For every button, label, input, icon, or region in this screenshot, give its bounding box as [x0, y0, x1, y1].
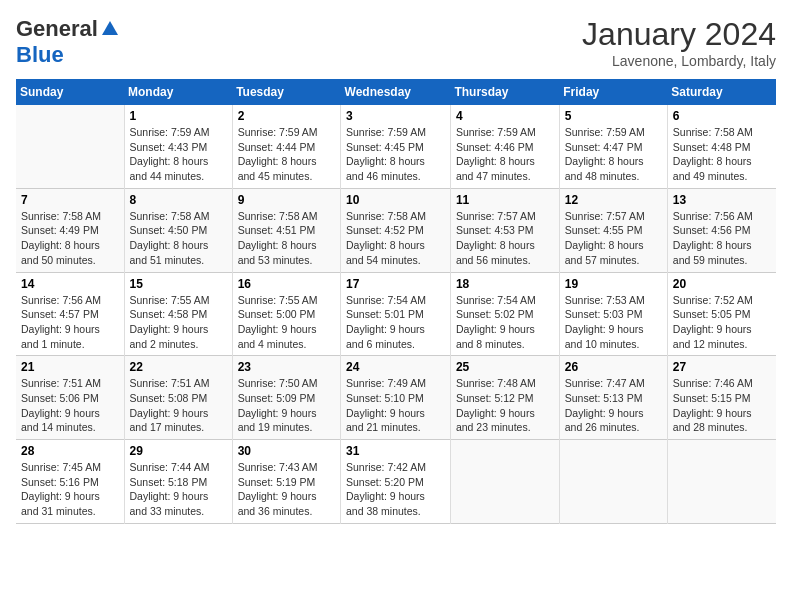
calendar-cell	[559, 440, 667, 524]
day-info: Sunrise: 7:47 AMSunset: 5:13 PMDaylight:…	[565, 376, 662, 435]
calendar-cell: 21Sunrise: 7:51 AMSunset: 5:06 PMDayligh…	[16, 356, 124, 440]
day-number: 26	[565, 360, 662, 374]
day-number: 8	[130, 193, 227, 207]
day-info: Sunrise: 7:58 AMSunset: 4:51 PMDaylight:…	[238, 209, 335, 268]
day-info: Sunrise: 7:46 AMSunset: 5:15 PMDaylight:…	[673, 376, 771, 435]
day-info: Sunrise: 7:44 AMSunset: 5:18 PMDaylight:…	[130, 460, 227, 519]
calendar-cell: 18Sunrise: 7:54 AMSunset: 5:02 PMDayligh…	[450, 272, 559, 356]
day-info: Sunrise: 7:54 AMSunset: 5:01 PMDaylight:…	[346, 293, 445, 352]
day-info: Sunrise: 7:59 AMSunset: 4:43 PMDaylight:…	[130, 125, 227, 184]
calendar-week-row: 14Sunrise: 7:56 AMSunset: 4:57 PMDayligh…	[16, 272, 776, 356]
svg-marker-0	[102, 21, 118, 35]
day-info: Sunrise: 7:49 AMSunset: 5:10 PMDaylight:…	[346, 376, 445, 435]
calendar-cell: 7Sunrise: 7:58 AMSunset: 4:49 PMDaylight…	[16, 188, 124, 272]
calendar-table: SundayMondayTuesdayWednesdayThursdayFrid…	[16, 79, 776, 524]
day-number: 12	[565, 193, 662, 207]
day-number: 17	[346, 277, 445, 291]
calendar-cell: 31Sunrise: 7:42 AMSunset: 5:20 PMDayligh…	[341, 440, 451, 524]
header-monday: Monday	[124, 79, 232, 105]
day-info: Sunrise: 7:58 AMSunset: 4:52 PMDaylight:…	[346, 209, 445, 268]
calendar-cell	[667, 440, 776, 524]
calendar-cell: 9Sunrise: 7:58 AMSunset: 4:51 PMDaylight…	[232, 188, 340, 272]
day-number: 27	[673, 360, 771, 374]
day-number: 31	[346, 444, 445, 458]
calendar-cell: 17Sunrise: 7:54 AMSunset: 5:01 PMDayligh…	[341, 272, 451, 356]
header-friday: Friday	[559, 79, 667, 105]
calendar-cell: 10Sunrise: 7:58 AMSunset: 4:52 PMDayligh…	[341, 188, 451, 272]
day-info: Sunrise: 7:53 AMSunset: 5:03 PMDaylight:…	[565, 293, 662, 352]
calendar-cell: 16Sunrise: 7:55 AMSunset: 5:00 PMDayligh…	[232, 272, 340, 356]
day-info: Sunrise: 7:54 AMSunset: 5:02 PMDaylight:…	[456, 293, 554, 352]
day-number: 28	[21, 444, 119, 458]
calendar-week-row: 1Sunrise: 7:59 AMSunset: 4:43 PMDaylight…	[16, 105, 776, 188]
day-number: 13	[673, 193, 771, 207]
day-info: Sunrise: 7:55 AMSunset: 5:00 PMDaylight:…	[238, 293, 335, 352]
header-row: SundayMondayTuesdayWednesdayThursdayFrid…	[16, 79, 776, 105]
calendar-cell: 23Sunrise: 7:50 AMSunset: 5:09 PMDayligh…	[232, 356, 340, 440]
header-thursday: Thursday	[450, 79, 559, 105]
day-info: Sunrise: 7:43 AMSunset: 5:19 PMDaylight:…	[238, 460, 335, 519]
calendar-cell: 27Sunrise: 7:46 AMSunset: 5:15 PMDayligh…	[667, 356, 776, 440]
day-number: 9	[238, 193, 335, 207]
calendar-cell: 29Sunrise: 7:44 AMSunset: 5:18 PMDayligh…	[124, 440, 232, 524]
page-header: General Blue January 2024 Lavenone, Lomb…	[16, 16, 776, 69]
day-number: 29	[130, 444, 227, 458]
day-number: 22	[130, 360, 227, 374]
day-info: Sunrise: 7:50 AMSunset: 5:09 PMDaylight:…	[238, 376, 335, 435]
day-number: 21	[21, 360, 119, 374]
day-info: Sunrise: 7:59 AMSunset: 4:45 PMDaylight:…	[346, 125, 445, 184]
day-number: 10	[346, 193, 445, 207]
day-number: 4	[456, 109, 554, 123]
day-info: Sunrise: 7:42 AMSunset: 5:20 PMDaylight:…	[346, 460, 445, 519]
day-info: Sunrise: 7:58 AMSunset: 4:49 PMDaylight:…	[21, 209, 119, 268]
calendar-subtitle: Lavenone, Lombardy, Italy	[582, 53, 776, 69]
day-number: 24	[346, 360, 445, 374]
calendar-cell: 3Sunrise: 7:59 AMSunset: 4:45 PMDaylight…	[341, 105, 451, 188]
calendar-week-row: 28Sunrise: 7:45 AMSunset: 5:16 PMDayligh…	[16, 440, 776, 524]
title-section: January 2024 Lavenone, Lombardy, Italy	[582, 16, 776, 69]
day-info: Sunrise: 7:57 AMSunset: 4:55 PMDaylight:…	[565, 209, 662, 268]
calendar-cell: 25Sunrise: 7:48 AMSunset: 5:12 PMDayligh…	[450, 356, 559, 440]
calendar-cell: 5Sunrise: 7:59 AMSunset: 4:47 PMDaylight…	[559, 105, 667, 188]
day-info: Sunrise: 7:58 AMSunset: 4:50 PMDaylight:…	[130, 209, 227, 268]
day-info: Sunrise: 7:57 AMSunset: 4:53 PMDaylight:…	[456, 209, 554, 268]
header-saturday: Saturday	[667, 79, 776, 105]
calendar-cell: 26Sunrise: 7:47 AMSunset: 5:13 PMDayligh…	[559, 356, 667, 440]
calendar-week-row: 7Sunrise: 7:58 AMSunset: 4:49 PMDaylight…	[16, 188, 776, 272]
logo-general-text: General	[16, 16, 98, 42]
logo-blue-text: Blue	[16, 42, 64, 68]
calendar-cell: 20Sunrise: 7:52 AMSunset: 5:05 PMDayligh…	[667, 272, 776, 356]
day-number: 11	[456, 193, 554, 207]
header-tuesday: Tuesday	[232, 79, 340, 105]
calendar-title: January 2024	[582, 16, 776, 53]
header-sunday: Sunday	[16, 79, 124, 105]
header-wednesday: Wednesday	[341, 79, 451, 105]
day-info: Sunrise: 7:55 AMSunset: 4:58 PMDaylight:…	[130, 293, 227, 352]
calendar-cell: 12Sunrise: 7:57 AMSunset: 4:55 PMDayligh…	[559, 188, 667, 272]
day-number: 6	[673, 109, 771, 123]
day-info: Sunrise: 7:58 AMSunset: 4:48 PMDaylight:…	[673, 125, 771, 184]
day-number: 3	[346, 109, 445, 123]
day-info: Sunrise: 7:52 AMSunset: 5:05 PMDaylight:…	[673, 293, 771, 352]
day-number: 7	[21, 193, 119, 207]
calendar-cell: 11Sunrise: 7:57 AMSunset: 4:53 PMDayligh…	[450, 188, 559, 272]
calendar-cell	[450, 440, 559, 524]
calendar-cell: 4Sunrise: 7:59 AMSunset: 4:46 PMDaylight…	[450, 105, 559, 188]
calendar-cell: 30Sunrise: 7:43 AMSunset: 5:19 PMDayligh…	[232, 440, 340, 524]
day-number: 20	[673, 277, 771, 291]
calendar-cell: 13Sunrise: 7:56 AMSunset: 4:56 PMDayligh…	[667, 188, 776, 272]
calendar-cell: 6Sunrise: 7:58 AMSunset: 4:48 PMDaylight…	[667, 105, 776, 188]
calendar-cell: 1Sunrise: 7:59 AMSunset: 4:43 PMDaylight…	[124, 105, 232, 188]
day-number: 14	[21, 277, 119, 291]
calendar-week-row: 21Sunrise: 7:51 AMSunset: 5:06 PMDayligh…	[16, 356, 776, 440]
day-number: 5	[565, 109, 662, 123]
calendar-cell: 15Sunrise: 7:55 AMSunset: 4:58 PMDayligh…	[124, 272, 232, 356]
day-info: Sunrise: 7:59 AMSunset: 4:46 PMDaylight:…	[456, 125, 554, 184]
day-info: Sunrise: 7:56 AMSunset: 4:56 PMDaylight:…	[673, 209, 771, 268]
day-number: 16	[238, 277, 335, 291]
day-number: 1	[130, 109, 227, 123]
calendar-cell: 28Sunrise: 7:45 AMSunset: 5:16 PMDayligh…	[16, 440, 124, 524]
calendar-cell: 14Sunrise: 7:56 AMSunset: 4:57 PMDayligh…	[16, 272, 124, 356]
calendar-cell: 8Sunrise: 7:58 AMSunset: 4:50 PMDaylight…	[124, 188, 232, 272]
calendar-cell: 22Sunrise: 7:51 AMSunset: 5:08 PMDayligh…	[124, 356, 232, 440]
